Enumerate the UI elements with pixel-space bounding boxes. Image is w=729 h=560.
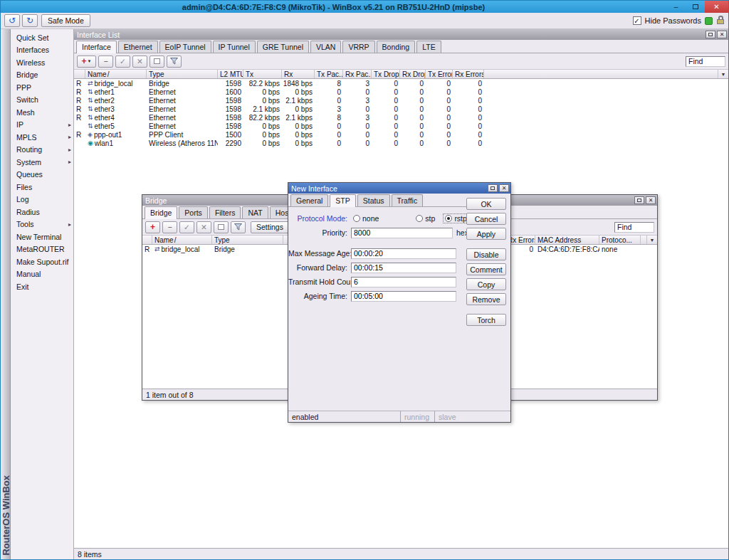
sidebar-item-ip[interactable]: IP▸ (11, 119, 73, 132)
filter-button[interactable] (231, 221, 246, 233)
sidebar-item-switch[interactable]: Switch (11, 94, 73, 107)
sidebar-item-mesh[interactable]: Mesh (11, 106, 73, 119)
undo-button[interactable]: ↺ (4, 14, 20, 27)
settings-button[interactable]: Settings (251, 221, 289, 233)
column-header-tx-pac[interactable]: Tx Pac... (315, 70, 343, 78)
sidebar-item-radius[interactable]: Radius (11, 206, 73, 218)
sidebar-item-exit[interactable]: Exit (11, 280, 73, 293)
close-button[interactable]: ✕ (705, 1, 728, 13)
dialog-titlebar[interactable]: New Interface ✕ (288, 183, 510, 194)
interface-list-tab-gre-tunnel[interactable]: GRE Tunnel (257, 41, 309, 53)
filter-button[interactable] (167, 56, 182, 68)
interface-row[interactable]: ◉wlan1Wireless (Atheros 11N)22900 bps0 b… (74, 139, 728, 147)
column-header-flag[interactable] (74, 70, 85, 78)
interface-list-tab-vlan[interactable]: VLAN (310, 41, 341, 53)
bridge-close-button[interactable]: ✕ (646, 196, 656, 204)
column-header-rx[interactable]: Rx (282, 70, 315, 78)
interface-list-restore-button[interactable] (706, 31, 715, 38)
column-header-mac-address[interactable]: MAC Address (535, 236, 599, 244)
enable-button[interactable]: ✓ (179, 221, 194, 233)
interface-list-tab-lte[interactable]: LTE (416, 41, 441, 53)
interface-row[interactable]: R⇅ether1Ethernet16000 bps0 bps000000 (74, 88, 728, 96)
disable-button[interactable]: ✕ (196, 221, 211, 233)
enable-button[interactable]: ✓ (115, 56, 130, 68)
column-header-protoco[interactable]: Protoco... (599, 236, 641, 244)
maximize-button[interactable] (686, 1, 705, 13)
interface-list-titlebar[interactable]: Interface List ✕ (74, 29, 728, 40)
sidebar-item-manual[interactable]: Manual (11, 268, 73, 281)
minimize-button[interactable]: – (666, 1, 686, 13)
interface-row[interactable]: ⇅ether5Ethernet15980 bps0 bps000000 (74, 122, 728, 130)
remove-button[interactable]: − (162, 221, 177, 233)
column-options-button[interactable]: ▼ (646, 236, 657, 244)
interface-row[interactable]: R◈ppp-out1PPP Client15000 bps0 bps000000 (74, 130, 728, 139)
column-header-rx-drops[interactable]: Rx Drops (400, 70, 426, 78)
column-header-tx-errors[interactable]: Tx Errors (426, 70, 453, 78)
interface-list-close-button[interactable]: ✕ (717, 31, 727, 38)
column-header-type[interactable]: Type (212, 236, 283, 244)
bridge-restore-button[interactable] (634, 196, 644, 204)
interface-list-tab-ethernet[interactable]: Ethernet (118, 41, 158, 53)
comment-button[interactable]: Comment (466, 263, 506, 275)
sidebar-item-routing[interactable]: Routing▸ (11, 144, 73, 157)
interface-list-tab-eoip-tunnel[interactable]: EoIP Tunnel (159, 41, 211, 53)
column-header-tx[interactable]: Tx (243, 70, 282, 78)
dialog-restore-button[interactable] (488, 184, 498, 192)
interface-row[interactable]: R⇅ether4Ethernet159882.2 kbps2.1 kbps830… (74, 113, 728, 122)
comment-button[interactable] (150, 56, 164, 68)
safe-mode-button[interactable]: Safe Mode (41, 14, 90, 27)
sidebar-item-log[interactable]: Log (11, 194, 73, 206)
dialog-tab-status[interactable]: Status (357, 194, 390, 206)
protocol-rstp-radio[interactable]: rstp (443, 213, 469, 223)
protocol-stp-radio[interactable]: stp (414, 213, 437, 223)
remove-button[interactable]: − (98, 56, 113, 68)
field-input-forward-delay[interactable] (351, 263, 456, 273)
apply-button[interactable]: Apply (466, 228, 506, 240)
sidebar-item-interfaces[interactable]: Interfaces (11, 44, 73, 57)
sidebar-item-files[interactable]: Files (11, 181, 73, 194)
sidebar-item-new-terminal[interactable]: New Terminal (11, 231, 73, 243)
column-header-name[interactable]: Name (85, 70, 147, 78)
column-header-flag[interactable] (142, 236, 152, 244)
field-input-ageing-time[interactable] (351, 291, 456, 302)
sidebar-item-metarouter[interactable]: MetaROUTER (11, 243, 73, 256)
sidebar-item-wireless[interactable]: Wireless (11, 56, 73, 69)
column-header-type[interactable]: Type (147, 70, 218, 78)
dialog-tab-traffic[interactable]: Traffic (392, 194, 424, 206)
column-header-l2-mtu[interactable]: L2 MTU (218, 70, 243, 78)
add-bridge-button[interactable]: + (145, 221, 160, 233)
column-header-name[interactable]: Name (152, 236, 212, 244)
sidebar-item-tools[interactable]: Tools▸ (11, 218, 73, 231)
field-input-transmit-hold-count[interactable] (351, 277, 456, 287)
bridge-tab-filters[interactable]: Filters (209, 206, 241, 218)
find-input[interactable]: Find (614, 222, 654, 233)
interface-row[interactable]: R⇄bridge_localBridge159882.2 kbps1848 bp… (74, 79, 728, 88)
sidebar-item-bridge[interactable]: Bridge (11, 69, 73, 82)
sidebar-item-quick-set[interactable]: Quick Set (11, 31, 73, 44)
dialog-close-button[interactable]: ✕ (499, 184, 509, 192)
ok-button[interactable]: OK (466, 198, 506, 210)
remove-button[interactable]: Remove (466, 293, 506, 305)
disable-button[interactable]: ✕ (132, 56, 147, 68)
disable-button[interactable]: Disable (466, 248, 506, 260)
interface-list-tab-interface[interactable]: Interface (76, 41, 117, 53)
sidebar-item-make-supout-rif[interactable]: Make Supout.rif (11, 255, 73, 268)
add-interface-button[interactable]: +▼ (77, 56, 96, 68)
interface-list-tab-bonding[interactable]: Bonding (377, 41, 416, 53)
bridge-tab-nat[interactable]: NAT (242, 206, 268, 218)
copy-button[interactable]: Copy (466, 278, 506, 290)
interface-list-tab-ip-tunnel[interactable]: IP Tunnel (213, 41, 256, 53)
sidebar-item-mpls[interactable]: MPLS▸ (11, 131, 73, 144)
interface-row[interactable]: R⇅ether2Ethernet15980 bps2.1 kbps030000 (74, 96, 728, 105)
field-input-max-message-age[interactable] (351, 248, 456, 259)
protocol-none-radio[interactable]: none (351, 213, 381, 223)
dialog-tab-general[interactable]: General (290, 194, 328, 206)
bridge-tab-bridge[interactable]: Bridge (145, 206, 177, 219)
sidebar-item-ppp[interactable]: PPP (11, 81, 73, 94)
os-titlebar[interactable]: admin@D4:CA:6D:7E:F8:C9 (MikroTik) - Win… (1, 1, 728, 13)
column-header-tx-drops[interactable]: Tx Drops (372, 70, 400, 78)
cancel-button[interactable]: Cancel (466, 213, 506, 225)
interface-row[interactable]: R⇅ether3Ethernet15982.1 kbps0 bps300000 (74, 105, 728, 113)
interface-list-tab-vrrp[interactable]: VRRP (342, 41, 374, 53)
column-options-button[interactable]: ▼ (718, 70, 728, 78)
